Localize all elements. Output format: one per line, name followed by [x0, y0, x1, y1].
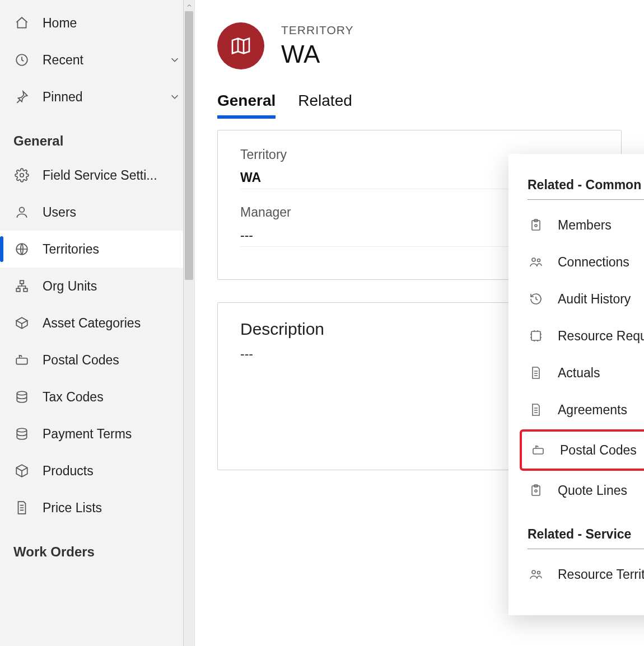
sidebar-item-territories[interactable]: Territories	[0, 231, 194, 268]
people-icon	[528, 255, 544, 269]
globe-icon	[12, 242, 31, 256]
sidebar-item-payment-terms[interactable]: Payment Terms	[0, 415, 194, 452]
sidebar-item-org-units[interactable]: Org Units	[0, 268, 194, 305]
svg-rect-16	[533, 448, 543, 454]
entity-type-label: TERRITORY	[281, 24, 354, 37]
main-content: TERRITORY WA General Related Territory W…	[195, 0, 644, 646]
sidebar-item-field-service-settings[interactable]: Field Service Setti...	[0, 157, 194, 194]
tab-bar: General Related	[217, 92, 622, 119]
sidebar-item-label: Payment Terms	[43, 427, 181, 442]
sidebar-item-label: Postal Codes	[43, 353, 181, 368]
territory-icon	[217, 22, 264, 69]
sidebar-item-label: Users	[43, 205, 181, 220]
flyout-item-label: Resource Territories	[558, 567, 644, 582]
sidebar-item-label: Tax Codes	[43, 390, 181, 405]
flyout-item-label: Connections	[558, 255, 629, 270]
svg-point-1	[20, 174, 24, 177]
user-icon	[12, 205, 31, 219]
history-icon	[528, 292, 544, 306]
flyout-item-resource-requirements[interactable]: Resource Requirements	[508, 317, 644, 354]
flyout-item-label: Postal Codes	[560, 443, 637, 458]
flyout-item-label: Resource Requirements	[558, 329, 644, 344]
stack-icon	[12, 427, 31, 441]
flyout-item-audit-history[interactable]: Audit History	[508, 280, 644, 317]
sidebar-item-label: Recent	[43, 53, 169, 68]
scroll-up-button[interactable]	[184, 0, 194, 11]
svg-point-13	[532, 258, 535, 261]
mailbox-icon	[530, 443, 547, 457]
scrollbar-thumb[interactable]	[185, 11, 193, 280]
sidebar-item-label: Field Service Setti...	[43, 168, 181, 183]
flyout-section-service: Related - Service	[528, 520, 644, 549]
cube-icon	[12, 464, 31, 478]
svg-rect-15	[531, 331, 540, 340]
svg-rect-6	[24, 288, 27, 291]
flyout-item-members[interactable]: Members	[508, 207, 644, 244]
sidebar-item-tax-codes[interactable]: Tax Codes	[0, 378, 194, 415]
sidebar: Home Recent Pinned General	[0, 0, 195, 646]
svg-point-8	[17, 391, 26, 395]
sidebar-item-price-lists[interactable]: Price Lists	[0, 489, 194, 526]
flyout-item-connections[interactable]: Connections	[508, 244, 644, 280]
org-icon	[12, 279, 31, 293]
clipboard-gear-icon	[528, 218, 544, 232]
sidebar-section-work-orders: Work Orders	[0, 526, 194, 568]
sidebar-item-label: Price Lists	[43, 500, 181, 516]
doc-icon	[528, 366, 544, 380]
tab-general[interactable]: General	[217, 92, 276, 119]
flyout-item-label: Agreements	[558, 402, 627, 418]
gear-icon	[12, 168, 31, 182]
clock-icon	[12, 53, 31, 67]
sidebar-scrollbar[interactable]	[183, 0, 194, 646]
chevron-down-icon	[169, 54, 181, 66]
sidebar-item-asset-categories[interactable]: Asset Categories	[0, 305, 194, 341]
mailbox-icon	[12, 353, 31, 367]
svg-point-12	[535, 224, 537, 227]
doc-icon	[12, 500, 31, 515]
svg-point-9	[17, 428, 26, 432]
sidebar-item-home[interactable]: Home	[0, 4, 194, 41]
svg-point-14	[538, 259, 540, 262]
related-flyout: Related - Common Members Connections Aud…	[508, 154, 644, 615]
home-icon	[12, 16, 31, 30]
sidebar-item-recent[interactable]: Recent	[0, 41, 194, 78]
svg-rect-4	[20, 280, 24, 283]
tab-related[interactable]: Related	[298, 92, 352, 119]
sidebar-item-products[interactable]: Products	[0, 452, 194, 489]
box-open-icon	[12, 316, 31, 330]
flyout-item-resource-territories[interactable]: Resource Territories	[508, 556, 644, 593]
sidebar-item-label: Org Units	[43, 279, 181, 294]
sidebar-item-label: Asset Categories	[43, 316, 181, 331]
svg-point-21	[538, 572, 540, 574]
flyout-item-agreements[interactable]: Agreements	[508, 391, 644, 428]
flyout-item-quote-lines[interactable]: Quote Lines	[508, 472, 644, 509]
chevron-down-icon	[169, 91, 181, 103]
svg-rect-5	[16, 288, 20, 291]
flyout-item-actuals[interactable]: Actuals	[508, 354, 644, 391]
svg-point-19	[535, 490, 537, 492]
stack-icon	[12, 390, 31, 404]
flyout-section-common: Related - Common	[528, 171, 644, 200]
sidebar-item-pinned[interactable]: Pinned	[0, 78, 194, 115]
flyout-item-label: Audit History	[558, 292, 631, 307]
record-title: WA	[281, 40, 354, 68]
flyout-item-postal-codes-highlight: Postal Codes	[520, 429, 644, 471]
sidebar-section-general: General	[0, 115, 194, 157]
sidebar-item-users[interactable]: Users	[0, 194, 194, 231]
doc-icon	[528, 403, 544, 416]
flyout-item-label: Members	[558, 218, 612, 233]
svg-point-2	[20, 207, 25, 212]
sidebar-item-label: Territories	[43, 242, 181, 257]
sidebar-item-postal-codes[interactable]: Postal Codes	[0, 341, 194, 378]
sidebar-item-label: Home	[43, 16, 181, 31]
sidebar-item-label: Pinned	[43, 90, 169, 105]
svg-point-20	[532, 570, 535, 574]
record-header: TERRITORY WA	[217, 22, 622, 69]
flyout-item-postal-codes[interactable]: Postal Codes	[522, 432, 644, 469]
flyout-item-label: Quote Lines	[558, 483, 627, 498]
plugin-icon	[528, 329, 544, 343]
sidebar-item-label: Products	[43, 464, 181, 479]
clipboard-gear-icon	[528, 484, 544, 497]
svg-rect-7	[16, 358, 27, 364]
flyout-item-label: Actuals	[558, 366, 600, 381]
